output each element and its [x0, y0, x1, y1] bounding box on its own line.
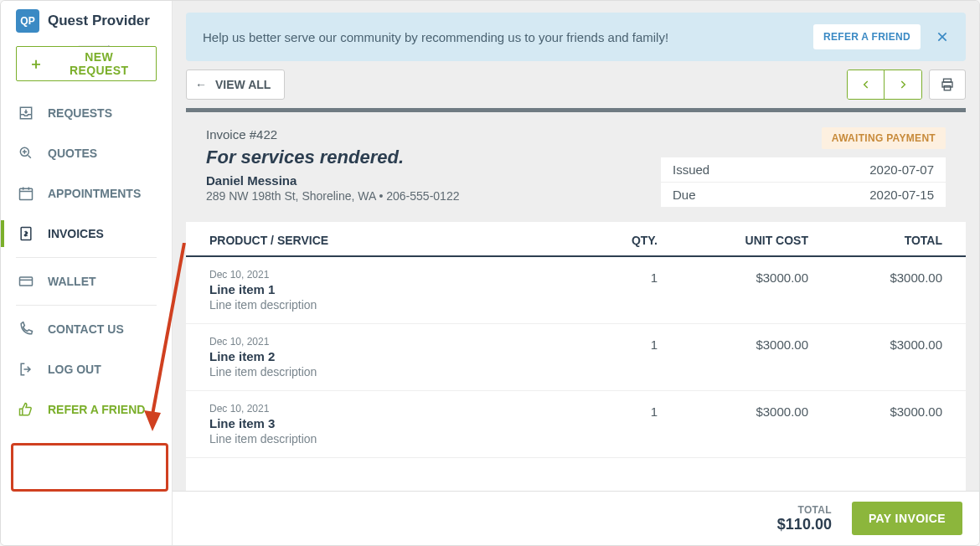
total-value: $110.00 — [777, 516, 832, 533]
nav-label: REQUESTS — [48, 106, 112, 120]
line-desc: Line item description — [209, 298, 591, 312]
col-qty: QTY. — [591, 234, 658, 247]
line-date: Dec 10, 2021 — [209, 336, 591, 348]
footer-bar: TOTAL $110.00 PAY INVOICE — [173, 491, 979, 545]
line-unit-cost: $3000.00 — [658, 336, 808, 379]
nav-label: LOG OUT — [48, 363, 101, 376]
customer-name: Daniel Messina — [206, 173, 644, 188]
nav-label: CONTACT US — [48, 322, 124, 336]
dollar-file-icon — [18, 225, 34, 242]
view-all-button[interactable]: ← VIEW ALL — [186, 70, 285, 100]
line-desc: Line item description — [209, 432, 591, 446]
invoice-number: Invoice #422 — [206, 127, 644, 142]
sidebar-item-invoices[interactable]: INVOICES — [1, 214, 172, 254]
new-request-button[interactable]: ＋ NEW REQUEST — [16, 46, 157, 81]
table-header: PRODUCT / SERVICE QTY. UNIT COST TOTAL — [186, 222, 966, 257]
toolbar: ← VIEW ALL — [186, 70, 966, 100]
issued-label: Issued — [673, 162, 709, 177]
table-row: Dec 10, 2021 Line item 2 Line item descr… — [186, 324, 966, 391]
card-icon — [18, 273, 34, 290]
line-name: Line item 1 — [209, 282, 591, 296]
sidebar-item-contact[interactable]: CONTACT US — [1, 309, 172, 349]
calendar-icon — [18, 185, 34, 202]
brand-row: QP Quest Provider — [1, 9, 172, 46]
nav-label: QUOTES — [48, 147, 97, 160]
nav-label: APPOINTMENTS — [48, 187, 141, 200]
new-request-label: NEW REQUEST — [54, 50, 144, 77]
sidebar-item-refer[interactable]: REFER A FRIEND — [1, 389, 172, 430]
pager — [847, 70, 922, 100]
nav-label: REFER A FRIEND — [48, 403, 145, 416]
pay-invoice-button[interactable]: PAY INVOICE — [852, 502, 962, 535]
sidebar: QP Quest Provider ＋ NEW REQUEST REQUESTS… — [1, 1, 173, 545]
line-qty: 1 — [591, 336, 658, 379]
line-total: $3000.00 — [808, 269, 942, 312]
issued-date: 2020-07-07 — [869, 162, 934, 177]
line-name: Line item 2 — [209, 349, 591, 363]
svg-rect-3 — [20, 277, 33, 286]
thumbs-up-icon — [18, 401, 34, 418]
inbox-download-icon — [18, 105, 34, 121]
divider — [16, 305, 157, 306]
svg-rect-1 — [20, 188, 33, 199]
sidebar-item-quotes[interactable]: QUOTES — [1, 133, 172, 173]
nav-label: WALLET — [48, 275, 96, 288]
line-unit-cost: $3000.00 — [658, 403, 808, 446]
banner-text: Help us better serve our community by re… — [203, 30, 803, 44]
prev-button[interactable] — [848, 70, 885, 99]
due-label: Due — [673, 188, 696, 202]
line-name: Line item 3 — [209, 416, 591, 430]
invoice-header: Invoice #422 For services rendered. Dani… — [186, 112, 966, 222]
dates-box: Issued 2020-07-07 Due 2020-07-15 — [661, 157, 946, 207]
col-product: PRODUCT / SERVICE — [209, 234, 591, 247]
invoice-title: For services rendered. — [206, 147, 644, 168]
line-date: Dec 10, 2021 — [209, 403, 591, 415]
arrow-left-icon: ← — [195, 78, 207, 91]
line-total: $3000.00 — [808, 336, 942, 379]
svg-rect-6 — [944, 86, 951, 90]
customer-address: 289 NW 198th St, Shoreline, WA • 206-555… — [206, 189, 644, 203]
view-all-label: VIEW ALL — [215, 78, 271, 91]
brand-name: Quest Provider — [48, 13, 150, 29]
phone-icon — [18, 321, 34, 337]
table-row: Dec 10, 2021 Line item 1 Line item descr… — [186, 257, 966, 324]
main-area: Help us better serve our community by re… — [173, 1, 979, 545]
line-unit-cost: $3000.00 — [658, 269, 808, 312]
annotation-refer-highlight — [11, 443, 168, 492]
line-qty: 1 — [591, 403, 658, 446]
line-desc: Line item description — [209, 365, 591, 379]
sidebar-item-wallet[interactable]: WALLET — [1, 261, 172, 301]
status-badge: AWAITING PAYMENT — [822, 127, 946, 149]
next-button[interactable] — [885, 70, 921, 99]
table-row: Dec 10, 2021 Line item 3 Line item descr… — [186, 391, 966, 458]
logout-icon — [18, 361, 34, 378]
close-icon[interactable] — [931, 25, 954, 49]
logo-icon: QP — [16, 9, 39, 33]
col-total: TOTAL — [808, 234, 942, 247]
quote-search-icon — [18, 145, 34, 162]
line-total: $3000.00 — [808, 403, 942, 446]
total-label: TOTAL — [777, 504, 832, 516]
due-date: 2020-07-15 — [869, 188, 934, 202]
sidebar-item-appointments[interactable]: APPOINTMENTS — [1, 173, 172, 214]
refer-banner: Help us better serve our community by re… — [186, 13, 966, 61]
sidebar-item-requests[interactable]: REQUESTS — [1, 93, 172, 133]
divider — [16, 257, 157, 258]
sidebar-item-logout[interactable]: LOG OUT — [1, 349, 172, 389]
plus-icon: ＋ — [28, 56, 44, 71]
col-unit-cost: UNIT COST — [658, 234, 808, 247]
line-date: Dec 10, 2021 — [209, 269, 591, 281]
print-button[interactable] — [929, 70, 966, 100]
line-qty: 1 — [591, 269, 658, 312]
nav-label: INVOICES — [48, 227, 104, 240]
banner-refer-button[interactable]: REFER A FRIEND — [813, 24, 921, 49]
